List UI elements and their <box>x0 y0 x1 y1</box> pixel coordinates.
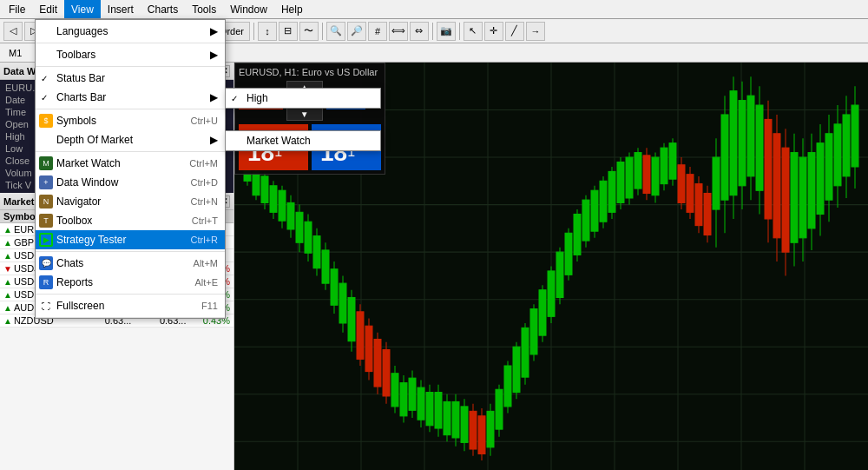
menu-item-chats[interactable]: 💬 Chats Alt+M <box>36 254 225 273</box>
submenu-item-high[interactable]: ✓ High <box>226 89 380 108</box>
menu-section-fullscreen: ⛶ Fullscreen F11 <box>36 295 225 318</box>
menu-section-comms: 💬 Chats Alt+M R Reports Alt+E <box>36 252 225 295</box>
fullscreen-menu-label: Fullscreen <box>56 300 104 312</box>
charts-bar-submenu-arrow: ▶ <box>193 91 218 103</box>
menu-item-depth-of-market[interactable]: Depth Of Market ▶ Market Watch <box>36 130 225 149</box>
depth-submenu-arrow: ▶ <box>193 134 218 146</box>
status-bar-check: ✓ <box>41 74 48 83</box>
dropdown-overlay[interactable]: Languages ▶ Toolbars ▶ ✓ Status Bar ✓ Ch… <box>0 0 868 470</box>
reports-shortcut: Alt+E <box>177 277 218 288</box>
toolbox-shortcut: Ctrl+T <box>174 215 218 226</box>
market-watch-menu-label: Market Watch <box>56 157 121 169</box>
chats-menu-label: Chats <box>56 257 83 269</box>
charts-bar-check: ✓ <box>41 93 48 103</box>
data-window-menu-label: Data Window <box>56 176 118 189</box>
languages-label: Languages <box>56 25 108 37</box>
menu-item-status-bar[interactable]: ✓ Status Bar <box>36 69 225 88</box>
menu-item-market-watch[interactable]: M Market Watch Ctrl+M <box>36 154 225 173</box>
market-watch-menu-icon: M <box>39 156 53 170</box>
market-watch-shortcut: Ctrl+M <box>172 158 218 169</box>
menu-item-strategy-tester[interactable]: ▶ Strategy Tester Ctrl+R <box>36 230 225 249</box>
languages-submenu-arrow: ▶ <box>193 25 218 37</box>
menu-item-reports[interactable]: R Reports Alt+E <box>36 273 225 292</box>
high-label: High <box>247 92 268 104</box>
view-dropdown-menu: Languages ▶ Toolbars ▶ ✓ Status Bar ✓ Ch… <box>35 19 226 319</box>
mw-submenu-label: Market Watch <box>247 135 311 147</box>
menu-section-languages: Languages ▶ <box>36 20 225 43</box>
data-window-menu-icon: + <box>39 175 53 189</box>
menu-section-toolbars: Toolbars ▶ <box>36 43 225 67</box>
menu-section-bars: ✓ Status Bar ✓ Charts Bar ▶ ✓ High <box>36 67 225 109</box>
navigator-shortcut: Ctrl+N <box>174 196 218 207</box>
chats-menu-icon: 💬 <box>39 256 53 270</box>
high-check: ✓ <box>231 94 238 103</box>
toolbars-label: Toolbars <box>56 49 95 61</box>
status-bar-label: Status Bar <box>56 72 105 84</box>
menu-section-symbols: $ Symbols Ctrl+U Depth Of Market ▶ Marke… <box>36 109 225 152</box>
charts-bar-label: Charts Bar <box>56 91 106 103</box>
strategy-tester-label: Strategy Tester <box>56 234 126 246</box>
menu-section-windows: M Market Watch Ctrl+M + Data Window Ctrl… <box>36 152 225 252</box>
data-window-shortcut: Ctrl+D <box>174 177 218 188</box>
menu-item-navigator[interactable]: N Navigator Ctrl+N <box>36 192 225 211</box>
depth-of-market-submenu: Market Watch <box>225 130 381 151</box>
depth-label: Depth Of Market <box>56 134 133 146</box>
symbols-icon: $ <box>39 114 53 128</box>
charts-bar-submenu: ✓ High <box>225 88 381 109</box>
menu-item-toolbox[interactable]: T Toolbox Ctrl+T <box>36 211 225 230</box>
reports-menu-label: Reports <box>56 276 93 288</box>
toolbox-menu-label: Toolbox <box>56 215 92 227</box>
strategy-tester-icon: ▶ <box>39 233 53 247</box>
menu-item-data-window[interactable]: + Data Window Ctrl+D <box>36 173 225 192</box>
navigator-menu-icon: N <box>39 195 53 209</box>
menu-item-symbols[interactable]: $ Symbols Ctrl+U <box>36 111 225 130</box>
toolbars-submenu-arrow: ▶ <box>193 49 218 61</box>
submenu-item-market-watch[interactable]: Market Watch <box>226 131 380 150</box>
chats-shortcut: Alt+M <box>176 258 218 268</box>
menu-item-fullscreen[interactable]: ⛶ Fullscreen F11 <box>36 296 225 315</box>
toolbox-menu-icon: T <box>39 214 53 228</box>
reports-menu-icon: R <box>39 275 53 289</box>
symbols-shortcut: Ctrl+U <box>174 116 218 126</box>
symbols-label: Symbols <box>56 115 96 127</box>
navigator-menu-label: Navigator <box>56 195 101 208</box>
strategy-tester-shortcut: Ctrl+R <box>174 235 218 245</box>
fullscreen-shortcut: F11 <box>184 301 218 311</box>
fullscreen-menu-icon: ⛶ <box>39 299 53 313</box>
menu-item-languages[interactable]: Languages ▶ <box>36 22 225 41</box>
menu-item-charts-bar[interactable]: ✓ Charts Bar ▶ ✓ High <box>36 88 225 107</box>
menu-item-toolbars[interactable]: Toolbars ▶ <box>36 45 225 64</box>
